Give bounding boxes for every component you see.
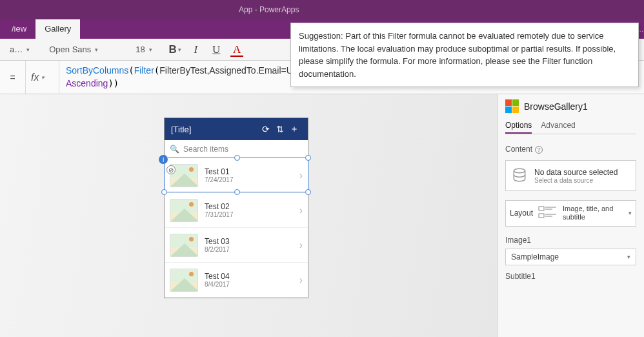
formula-warning-tooltip: Suggestion: Part of this Filter formula … <box>290 23 639 87</box>
canvas[interactable]: [Title] ⟳ ⇅ ＋ 🔍 Search items Test 017/24… <box>0 94 497 337</box>
fx-label: fx▾ <box>26 61 59 94</box>
chevron-down-icon: ▾ <box>149 46 152 53</box>
font-family-dropdown[interactable]: Open Sans▾ <box>45 43 128 56</box>
bold-button[interactable]: B▾ <box>166 41 184 59</box>
list-item[interactable]: Test 038/2/2017 › <box>165 228 308 263</box>
chevron-down-icon: ▾ <box>26 46 30 53</box>
thumbnail-icon <box>170 269 198 292</box>
title-bar: App - PowerApps <box>0 0 644 19</box>
workspace: [Title] ⟳ ⇅ ＋ 🔍 Search items Test 017/24… <box>0 94 644 337</box>
thumbnail-icon <box>170 234 198 257</box>
powerapps-logo-icon <box>505 99 519 113</box>
underline-button[interactable]: U <box>207 41 225 59</box>
data-source-selector[interactable]: No data source selected Select a data so… <box>505 160 636 191</box>
chevron-right-icon[interactable]: › <box>299 205 303 216</box>
subtitle-label: Subtitle1 <box>505 272 636 281</box>
tab-advanced[interactable]: Advanced <box>541 118 575 134</box>
search-placeholder: Search items <box>183 145 228 154</box>
tab-view[interactable]: /iew <box>3 19 35 39</box>
chevron-down-icon: ▾ <box>95 46 98 53</box>
database-icon <box>511 167 528 184</box>
property-selector[interactable]: a…▾ <box>5 43 34 56</box>
chevron-right-icon[interactable]: › <box>299 170 303 181</box>
image-label: Image1 <box>505 236 636 245</box>
svg-rect-1 <box>539 207 544 210</box>
list-item[interactable]: Test 027/31/2017 › <box>165 193 308 228</box>
content-label: Content? <box>505 145 636 154</box>
gallery-header: [Title] ⟳ ⇅ ＋ <box>165 118 308 140</box>
chevron-down-icon: ▾ <box>627 254 630 260</box>
list-item[interactable]: Test 017/24/2017 › <box>165 158 308 193</box>
add-icon[interactable]: ＋ <box>287 123 301 135</box>
thumbnail-icon <box>170 199 198 222</box>
sort-icon[interactable]: ⇅ <box>273 124 287 134</box>
formula-equals: = <box>0 61 26 94</box>
gallery-control[interactable]: [Title] ⟳ ⇅ ＋ 🔍 Search items Test 017/24… <box>164 117 308 298</box>
help-icon[interactable]: ? <box>535 146 543 154</box>
gallery-title: [Title] <box>171 125 191 134</box>
svg-rect-4 <box>539 214 544 218</box>
italic-button[interactable]: I <box>186 41 205 59</box>
font-color-button[interactable]: A <box>228 41 246 59</box>
properties-pane: BrowseGallery1 Options Advanced Content?… <box>497 94 644 337</box>
tab-gallery[interactable]: Gallery <box>35 19 80 39</box>
list-item[interactable]: Test 048/4/2017 › <box>165 263 308 298</box>
search-box[interactable]: 🔍 Search items <box>165 140 308 158</box>
layout-preview-icon <box>538 205 558 221</box>
tab-options[interactable]: Options <box>505 118 532 134</box>
chevron-down-icon: ▾ <box>629 210 632 216</box>
font-size-dropdown[interactable]: 18▾ <box>131 43 163 56</box>
search-icon: 🔍 <box>170 145 179 154</box>
chevron-right-icon[interactable]: › <box>299 240 303 251</box>
layout-label: Layout <box>510 209 533 218</box>
app-title: App - PowerApps <box>239 5 299 14</box>
chevron-right-icon[interactable]: › <box>299 274 303 286</box>
svg-point-0 <box>514 168 525 173</box>
image-dropdown[interactable]: SampleImage ▾ <box>505 249 636 265</box>
layout-selector[interactable]: Layout Image, title, and subtitle ▾ <box>505 200 636 226</box>
refresh-icon[interactable]: ⟳ <box>259 124 273 134</box>
control-name: BrowseGallery1 <box>524 101 588 112</box>
